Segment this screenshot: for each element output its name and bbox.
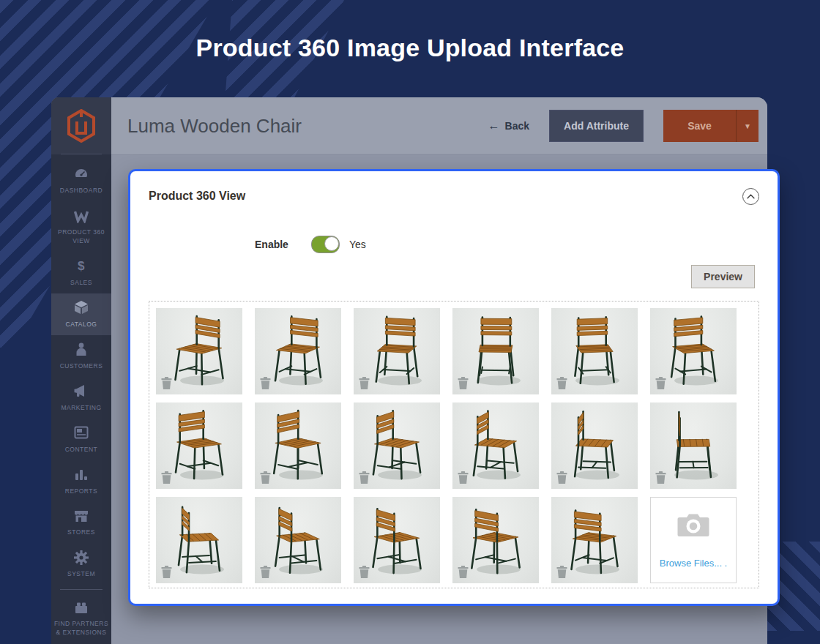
sidebar: DASHBOARDPRODUCT 360 VIEW$SALESCATALOGCU…	[51, 97, 111, 644]
collapse-button[interactable]	[742, 188, 759, 205]
delete-image-icon[interactable]	[458, 471, 469, 484]
save-dropdown-button[interactable]: ▼	[736, 110, 758, 142]
add-attribute-button[interactable]: Add Attribute	[549, 110, 644, 142]
chair-frame-11	[551, 402, 638, 489]
sidebar-item-system[interactable]: SYSTEM	[51, 544, 111, 585]
delete-image-icon[interactable]	[655, 471, 666, 484]
page-background: Product 360 Image Upload Interface Luma …	[0, 0, 820, 644]
sidebar-item-label: DASHBOARD	[60, 187, 102, 195]
sidebar-item-sales[interactable]: $SALES	[51, 252, 111, 293]
delete-image-icon[interactable]	[359, 471, 370, 484]
back-button[interactable]: ← Back	[488, 119, 529, 132]
delete-image-icon[interactable]	[260, 377, 271, 389]
delete-image-icon[interactable]	[161, 566, 172, 578]
chair-frame-16	[452, 497, 539, 583]
chair-frame-15	[354, 497, 440, 583]
magento-logo[interactable]	[51, 97, 111, 154]
sidebar-item-label: CUSTOMERS	[60, 362, 103, 370]
camera-icon	[677, 512, 709, 540]
chair-frame-5	[551, 308, 638, 394]
chair-frame-4	[452, 308, 539, 394]
svg-text:$: $	[78, 259, 85, 273]
sidebar-item-label: CONTENT	[65, 446, 98, 454]
sidebar-item-stores[interactable]: STORES	[51, 502, 111, 544]
enable-toggle[interactable]	[311, 236, 340, 253]
chair-frame-2	[255, 308, 341, 394]
stores-icon	[74, 509, 89, 525]
chair-frame-14	[255, 497, 341, 583]
save-split-button: Save ▼	[663, 110, 758, 142]
sidebar-divider	[60, 589, 102, 590]
sidebar-item-product-360-view[interactable]: PRODUCT 360 VIEW	[51, 202, 111, 252]
page-header: Luma Wooden Chair ← Back Add Attribute S…	[111, 97, 767, 155]
partners-icon	[74, 600, 89, 617]
sidebar-item-label: CATALOG	[66, 321, 97, 329]
sidebar-item-dashboard[interactable]: DASHBOARD	[51, 160, 111, 202]
chair-frame-1	[156, 308, 242, 394]
chair-frame-7	[156, 402, 242, 489]
delete-image-icon[interactable]	[359, 566, 370, 578]
chair-frame-13	[156, 497, 242, 583]
sidebar-item-label: REPORTS	[65, 487, 97, 495]
sidebar-item-catalog[interactable]: CATALOG	[51, 293, 111, 335]
enable-row: Enable Yes	[149, 236, 759, 253]
panel-title: Product 360 View	[149, 190, 245, 203]
image-grid: Browse Files... .	[149, 301, 759, 588]
sidebar-item-label: PRODUCT 360 VIEW	[53, 228, 109, 245]
chair-frame-12	[650, 402, 737, 489]
enable-value: Yes	[349, 239, 366, 250]
delete-image-icon[interactable]	[161, 471, 172, 484]
delete-image-icon[interactable]	[458, 377, 469, 389]
customers-icon	[74, 342, 89, 359]
chair-frame-8	[255, 402, 341, 489]
sidebar-item-label: MARKETING	[61, 404, 101, 412]
back-arrow-icon: ←	[488, 119, 500, 132]
product-360-panel: Product 360 View Enable Yes Preview Brow…	[128, 169, 780, 606]
catalog-icon	[74, 300, 89, 317]
magento-logo-icon	[67, 109, 96, 143]
system-icon	[74, 550, 89, 567]
toggle-knob	[324, 236, 339, 251]
sidebar-item-label: SYSTEM	[67, 570, 95, 578]
product-360-icon	[74, 209, 89, 225]
chair-frame-3	[354, 308, 440, 394]
delete-image-icon[interactable]	[458, 566, 469, 578]
save-button[interactable]: Save	[663, 110, 736, 142]
panel-header: Product 360 View	[149, 187, 759, 205]
back-label: Back	[505, 120, 529, 132]
chevron-up-icon	[747, 194, 755, 199]
upload-dropzone[interactable]: Browse Files... .	[650, 497, 737, 583]
chair-frame-9	[354, 402, 440, 489]
chair-frame-6	[650, 308, 737, 394]
dashboard-icon	[74, 167, 89, 184]
sidebar-item-find-partners-extensions[interactable]: FIND PARTNERS & EXTENSIONS	[51, 594, 111, 643]
preview-row: Preview	[149, 265, 759, 288]
delete-image-icon[interactable]	[260, 471, 271, 484]
reports-icon	[74, 467, 89, 484]
delete-image-icon[interactable]	[556, 566, 567, 578]
page-title: Product 360 Image Upload Interface	[0, 34, 820, 62]
delete-image-icon[interactable]	[655, 377, 666, 389]
delete-image-icon[interactable]	[556, 377, 567, 389]
enable-label: Enable	[255, 239, 288, 250]
chair-frame-10	[452, 402, 539, 489]
sidebar-item-reports[interactable]: REPORTS	[51, 460, 111, 502]
content-icon	[74, 425, 89, 442]
sales-icon: $	[74, 258, 89, 275]
chevron-down-icon: ▼	[744, 122, 751, 130]
delete-image-icon[interactable]	[260, 566, 271, 578]
sidebar-item-customers[interactable]: CUSTOMERS	[51, 335, 111, 377]
product-title: Luma Wooden Chair	[127, 115, 469, 138]
chair-frame-17	[551, 497, 638, 583]
sidebar-item-content[interactable]: CONTENT	[51, 419, 111, 460]
sidebar-item-label: SALES	[70, 279, 92, 287]
delete-image-icon[interactable]	[556, 471, 567, 484]
browse-files-link[interactable]: Browse Files... .	[660, 558, 727, 569]
sidebar-nav: DASHBOARDPRODUCT 360 VIEW$SALESCATALOGCU…	[51, 154, 111, 644]
sidebar-item-label: FIND PARTNERS & EXTENSIONS	[53, 620, 109, 637]
preview-button[interactable]: Preview	[691, 265, 755, 288]
delete-image-icon[interactable]	[359, 377, 370, 389]
marketing-icon	[74, 383, 89, 400]
delete-image-icon[interactable]	[161, 377, 172, 389]
sidebar-item-marketing[interactable]: MARKETING	[51, 377, 111, 419]
